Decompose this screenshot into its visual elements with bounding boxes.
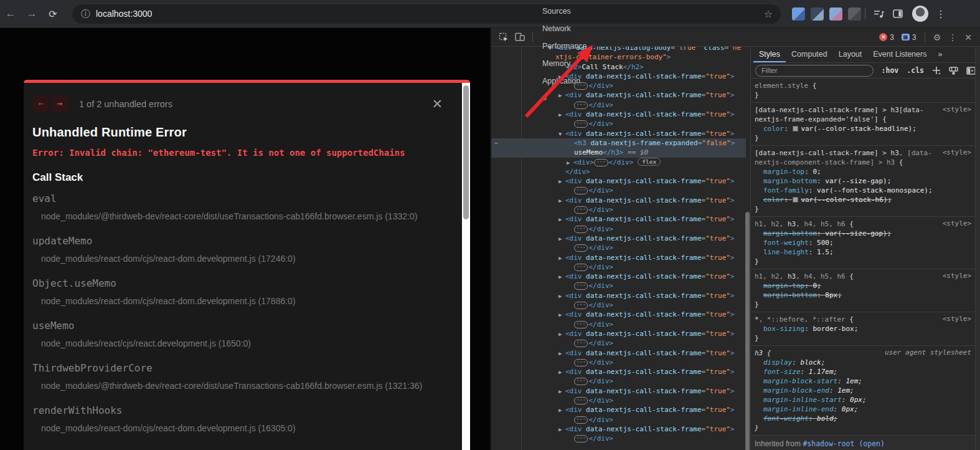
css-declaration[interactable]: font-family: var(--font-stack-monospace)… [755,186,971,195]
collapsed-content-icon[interactable]: ··· [574,340,588,347]
collapsed-content-icon[interactable]: ··· [574,378,588,385]
expand-arrow-icon[interactable]: ▶ [558,330,565,339]
new-style-rule-icon[interactable] [932,66,941,75]
collapsed-content-icon[interactable]: ··· [574,187,588,194]
devtools-tab-network[interactable]: Network [537,20,592,37]
dom-tree-row[interactable]: ···</div> [491,434,746,443]
css-selector-line[interactable]: [data-nextjs-call-stack-frame] > h3[data… [755,105,971,115]
previous-error-button[interactable]: ← [32,95,49,112]
dom-tree-row[interactable]: ⋯<h3 data-nextjs-frame-expanded="false"> [491,138,746,148]
style-rule[interactable]: element.style {} [751,79,975,103]
dom-tree-row[interactable]: ▶<div>···</div>flex [491,158,746,167]
dom-tree-row[interactable]: ▶<div data-nextjs-call-stack-frame="true… [491,386,746,396]
dom-tree-row[interactable]: xtjs-container-errors-body"> [491,52,746,62]
devtools-menu-icon[interactable]: ⋮ [948,32,957,42]
rendering-emulation-icon[interactable] [949,67,958,75]
dom-tree-row[interactable]: ···</div> [491,81,746,90]
collapsed-content-icon[interactable]: ··· [574,120,588,128]
devtools-settings-icon[interactable]: ⚙ [933,32,941,42]
dom-tree-row[interactable]: ▶<div data-nextjs-call-stack-frame="true… [491,272,746,281]
dom-tree-row[interactable]: ···</div> [491,338,746,348]
expand-arrow-icon[interactable]: ▶ [558,387,565,396]
collapsed-content-icon[interactable]: ··· [574,302,588,309]
sidebar-tab-computed[interactable]: Computed [786,47,833,62]
dom-tree-row[interactable]: ▶<div data-nextjs-call-stack-frame="true… [491,176,746,186]
dom-tree-row[interactable]: ▶<div data-nextjs-call-stack-frame="true… [491,329,746,338]
css-declaration[interactable]: line-height: 1.5; [755,247,971,257]
collapsed-content-icon[interactable]: ··· [574,102,588,109]
css-declaration[interactable]: margin-inline-start: 0px; [755,395,971,405]
toggle-hover-state[interactable]: :hov [882,66,899,75]
rule-origin-link[interactable]: <style> [943,105,971,113]
expand-arrow-icon[interactable]: ▶ [558,91,565,100]
collapsed-content-icon[interactable]: ··· [574,82,588,90]
expand-arrow-icon[interactable]: ▶ [558,406,565,415]
expand-arrow-icon[interactable]: ▶ [558,110,565,120]
dom-tree-row[interactable]: ▶<div data-nextjs-call-stack-frame="true… [491,424,746,434]
expand-arrow-icon[interactable]: ▶ [558,177,565,186]
dom-tree-row[interactable]: ···</div> [491,358,746,367]
style-rule[interactable]: <style>h1, h2, h3, h4, h5, h6 {margin-bo… [751,217,975,269]
extension-icon[interactable] [848,7,861,21]
css-selector-line[interactable]: } [755,300,971,309]
dom-tree-row[interactable]: ···</div> [491,262,746,272]
dom-tree-row[interactable]: ▶<div data-nextjs-call-stack-frame="true… [491,72,746,81]
color-swatch[interactable] [793,197,798,203]
css-selector-line[interactable]: } [755,133,971,143]
flex-badge[interactable]: flex [638,158,661,166]
collapsed-content-icon[interactable]: ··· [574,435,588,443]
sidebar-tab-styles[interactable]: Styles [753,47,786,62]
css-declaration[interactable]: color: var(--color-stack-headline); [755,124,971,133]
reload-icon[interactable]: ⟳ [42,8,64,20]
css-selector-line[interactable]: h1, h2, h3, h4, h5, h6 { [755,219,971,229]
dom-tree-row[interactable]: ···</div> [491,320,746,329]
stack-frame-location[interactable]: node_modules/react-dom/cjs/react-dom.dev… [41,296,445,306]
expand-arrow-icon[interactable]: ▶ [558,425,565,434]
device-toolbar-icon[interactable] [515,32,525,42]
sidebar-tab--[interactable]: » [932,47,948,62]
style-rule[interactable]: <style>[data-nextjs-call-stack-frame] > … [751,146,975,217]
rule-origin-link[interactable]: user agent stylesheet [885,348,971,357]
dialog-scrollbar[interactable] [462,83,470,450]
dom-tree-row[interactable]: ···</div> [491,376,746,386]
browser-menu-icon[interactable]: ⋮ [936,8,946,20]
styles-scrollbar[interactable] [975,47,980,450]
collapsed-content-icon[interactable]: ··· [574,416,588,424]
collapsed-content-icon[interactable]: ··· [574,244,588,252]
elements-scrollbar-thumb[interactable] [745,212,750,450]
dom-tree-row[interactable]: ···</div> [491,300,746,310]
css-selector-line[interactable]: *, *::before, *::after { [755,315,971,324]
css-declaration[interactable]: margin-bottom: var(--size-gap); [755,229,971,238]
style-rule[interactable]: <style>[data-nextjs-call-stack-frame] > … [751,103,975,146]
media-controls-icon[interactable] [874,9,884,19]
css-declaration[interactable]: font-weight: 500; [755,238,971,247]
dom-tree-row[interactable]: ···</div> [491,281,746,290]
extension-icon[interactable] [829,7,842,21]
collapsed-content-icon[interactable]: ··· [574,264,588,271]
dom-tree-row[interactable]: </div> [491,167,746,176]
expand-arrow-icon[interactable]: ▶ [558,254,565,263]
css-selector-line[interactable]: element.style { [755,81,971,90]
css-declaration[interactable]: font-weight: bold; [755,414,971,423]
stack-frame-location[interactable]: node_modules/@thirdweb-dev/react-core/di… [41,381,445,391]
dom-tree-row[interactable]: ▶<div data-nextjs-call-stack-frame="true… [491,110,746,119]
css-selector-line[interactable]: nextjs-component-stack-frame] > h3 { [755,158,971,167]
console-errors-badge[interactable]: ✕ 3 [879,33,894,42]
collapsed-content-icon[interactable]: ··· [574,321,588,328]
rule-origin-link[interactable]: <style> [943,272,971,280]
style-rule[interactable]: user agent stylesheeth3 {display: block;… [751,346,975,436]
side-panel-icon[interactable] [893,9,903,18]
collapsed-content-icon[interactable]: ··· [574,397,588,405]
collapsed-content-icon[interactable]: ··· [574,282,588,290]
styles-filter-input[interactable] [755,65,874,77]
rule-origin-link[interactable]: <style> [943,148,971,156]
stack-frame-location[interactable]: node_modules/@thirdweb-dev/react-core/di… [41,211,445,221]
style-rule[interactable]: <style>*, *::before, *::after {box-sizin… [751,312,975,346]
css-declaration[interactable]: margin-block-end: 1em; [755,386,971,395]
shadow-root-link[interactable]: #shadow-root (open) [803,439,885,448]
expand-arrow-icon[interactable]: ▶ [558,215,565,224]
css-selector-line[interactable]: h1, h2, h3, h4, h5, h6 { [755,272,971,281]
css-selector-line[interactable]: nextjs-frame-expanded='false'] { [755,115,971,124]
collapsed-content-icon[interactable]: ··· [594,159,608,166]
dom-tree-row[interactable]: ···</div> [491,100,746,110]
